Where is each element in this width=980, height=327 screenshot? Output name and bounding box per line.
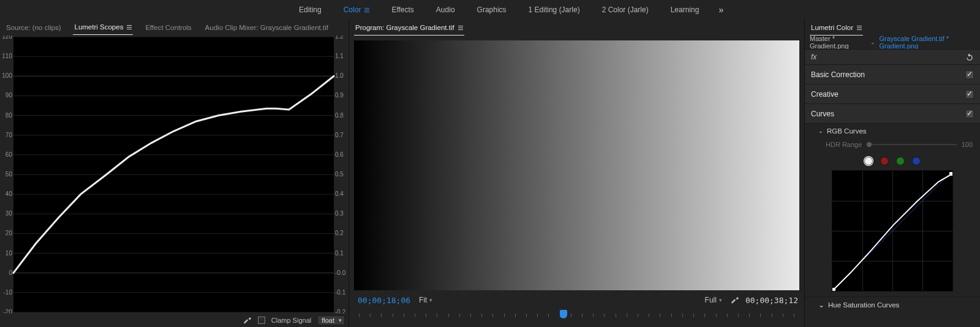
subsection-label: Hue Saturation Curves bbox=[828, 301, 899, 309]
mini-timeline[interactable] bbox=[359, 310, 794, 325]
workspace-tab-color[interactable]: Color bbox=[333, 0, 381, 20]
lumetri-panel-tabs: Lumetri Color bbox=[805, 20, 980, 36]
workspace-label: 2 Color (Jarle) bbox=[602, 0, 649, 20]
svg-text:80: 80 bbox=[6, 112, 13, 119]
svg-text:100: 100 bbox=[2, 72, 12, 79]
wrench-icon[interactable] bbox=[731, 296, 739, 304]
hamburger-icon[interactable] bbox=[364, 8, 369, 12]
timecode-duration: 00;00;38;12 bbox=[745, 296, 798, 305]
workspace-tab-custom2[interactable]: 2 Color (Jarle) bbox=[591, 0, 660, 20]
section-creative[interactable]: Creative bbox=[805, 85, 980, 104]
scope-chart: 1201101009080706050403020100-10-20 1.21.… bbox=[0, 36, 349, 314]
workspace-label: Graphics bbox=[477, 0, 507, 20]
tab-lumetri-color[interactable]: Lumetri Color bbox=[810, 21, 863, 36]
resolution-select[interactable]: Full▾ bbox=[703, 295, 725, 306]
channel-blue-button[interactable] bbox=[912, 157, 921, 165]
svg-text:0.8: 0.8 bbox=[335, 112, 344, 119]
channel-green-button[interactable] bbox=[896, 157, 905, 165]
panel-menu-icon[interactable] bbox=[127, 25, 132, 29]
playhead[interactable] bbox=[560, 310, 567, 318]
chevron-down-icon: ⌄ bbox=[818, 128, 823, 134]
section-curves[interactable]: Curves bbox=[805, 104, 980, 124]
tab-label: Source: (no clips) bbox=[6, 24, 61, 31]
select-value: Full bbox=[705, 296, 717, 304]
svg-text:0.5: 0.5 bbox=[335, 171, 344, 178]
chevron-down-icon: ▾ bbox=[719, 297, 722, 303]
tab-audio-clip-mixer[interactable]: Audio Clip Mixer: Grayscale Gradient.tif bbox=[204, 21, 330, 35]
svg-text:90: 90 bbox=[6, 92, 13, 99]
svg-text:10: 10 bbox=[6, 250, 13, 257]
svg-text:50: 50 bbox=[6, 171, 13, 178]
scopes-panel: Source: (no clips) Lumetri Scopes Effect… bbox=[0, 20, 349, 327]
slider-knob[interactable] bbox=[867, 142, 872, 147]
program-monitor[interactable] bbox=[354, 40, 799, 290]
panel-menu-icon[interactable] bbox=[857, 26, 862, 30]
master-clip-label[interactable]: Master * Gradient.png bbox=[810, 35, 867, 50]
svg-text:0.2: 0.2 bbox=[335, 230, 344, 236]
hdr-range-slider[interactable] bbox=[867, 144, 956, 145]
clip-path-row: Master * Gradient.png ⌄ Grayscale Gradie… bbox=[805, 36, 980, 49]
channel-red-button[interactable] bbox=[880, 157, 889, 165]
svg-text:-10: -10 bbox=[4, 289, 13, 296]
scope-mode-select[interactable]: float bbox=[317, 315, 345, 325]
subsection-label: RGB Curves bbox=[827, 127, 867, 135]
svg-text:1.0: 1.0 bbox=[335, 72, 344, 79]
tab-lumetri-scopes[interactable]: Lumetri Scopes bbox=[73, 20, 133, 35]
tab-program[interactable]: Program: Grayscale Gradient.tif bbox=[354, 21, 464, 36]
svg-text:0: 0 bbox=[9, 269, 12, 276]
clamp-signal-checkbox[interactable] bbox=[258, 317, 265, 324]
svg-text:0.1: 0.1 bbox=[335, 250, 344, 257]
chevron-down-icon: ⌄ bbox=[818, 301, 824, 309]
workspace-label: 1 Editing (Jarle) bbox=[529, 0, 580, 20]
svg-text:20: 20 bbox=[6, 230, 13, 236]
reset-icon[interactable] bbox=[965, 53, 974, 61]
fx-badge[interactable]: fx bbox=[811, 53, 816, 61]
fx-row: fx bbox=[805, 49, 980, 65]
svg-text:30: 30 bbox=[6, 210, 13, 217]
rgb-curves-header[interactable]: ⌄ RGB Curves bbox=[805, 124, 980, 138]
workspace-label: Color bbox=[344, 0, 361, 20]
sequence-clip-label[interactable]: Grayscale Gradient.tif * Gradient.png bbox=[879, 35, 975, 50]
rgb-curve-editor[interactable] bbox=[832, 170, 953, 291]
select-value: Fit bbox=[419, 296, 427, 304]
svg-text:1.1: 1.1 bbox=[335, 53, 344, 59]
hdr-value[interactable]: 100 bbox=[962, 141, 973, 148]
lumetri-panel: Lumetri Color Master * Gradient.png ⌄ Gr… bbox=[805, 20, 980, 327]
section-basic-correction[interactable]: Basic Correction bbox=[805, 65, 980, 85]
program-monitor-wrap: 00;00;18;06 Fit▾ Full▾ 00;00;38;12 bbox=[349, 36, 804, 327]
program-panel-tabs: Program: Grayscale Gradient.tif bbox=[349, 20, 804, 36]
svg-rect-48 bbox=[832, 288, 835, 291]
timecode-current[interactable]: 00;00;18;06 bbox=[355, 296, 410, 305]
svg-text:0.3: 0.3 bbox=[335, 210, 344, 217]
wrench-icon[interactable] bbox=[243, 316, 252, 325]
workspace-tab-graphics[interactable]: Graphics bbox=[466, 0, 518, 20]
zoom-fit-select[interactable]: Fit▾ bbox=[417, 295, 435, 306]
workspace-tab-effects[interactable]: Effects bbox=[380, 0, 424, 20]
main-area: Source: (no clips) Lumetri Scopes Effect… bbox=[0, 20, 980, 327]
clamp-signal-label: Clamp Signal bbox=[271, 317, 311, 324]
workspace-tab-learning[interactable]: Learning bbox=[660, 0, 710, 20]
svg-text:0.6: 0.6 bbox=[335, 151, 344, 158]
channel-luma-button[interactable] bbox=[864, 157, 873, 165]
section-enable-checkbox[interactable] bbox=[965, 110, 974, 118]
select-value: float bbox=[322, 317, 334, 324]
workspace-overflow-button[interactable]: » bbox=[710, 5, 733, 15]
svg-text:110: 110 bbox=[2, 53, 12, 59]
panel-menu-icon[interactable] bbox=[458, 26, 463, 30]
chevron-down-icon[interactable]: ⌄ bbox=[870, 39, 875, 45]
section-enable-checkbox[interactable] bbox=[965, 70, 974, 79]
workspace-tab-custom1[interactable]: 1 Editing (Jarle) bbox=[518, 0, 591, 20]
hue-saturation-header[interactable]: ⌄ Hue Saturation Curves bbox=[805, 296, 980, 313]
workspace-tab-editing[interactable]: Editing bbox=[288, 0, 333, 20]
program-controls: 00;00;18;06 Fit▾ Full▾ 00;00;38;12 bbox=[354, 290, 799, 310]
svg-text:0.9: 0.9 bbox=[335, 92, 344, 99]
workspace-tab-audio[interactable]: Audio bbox=[425, 0, 466, 20]
tab-source[interactable]: Source: (no clips) bbox=[5, 21, 62, 35]
hdr-range-row: HDR Range 100 bbox=[805, 138, 980, 154]
tab-label: Effect Controls bbox=[145, 24, 191, 31]
tab-effect-controls[interactable]: Effect Controls bbox=[144, 21, 192, 35]
svg-text:-20: -20 bbox=[4, 309, 13, 314]
svg-text:60: 60 bbox=[6, 151, 13, 158]
tab-label: Program: Grayscale Gradient.tif bbox=[355, 24, 454, 31]
section-enable-checkbox[interactable] bbox=[965, 90, 974, 99]
